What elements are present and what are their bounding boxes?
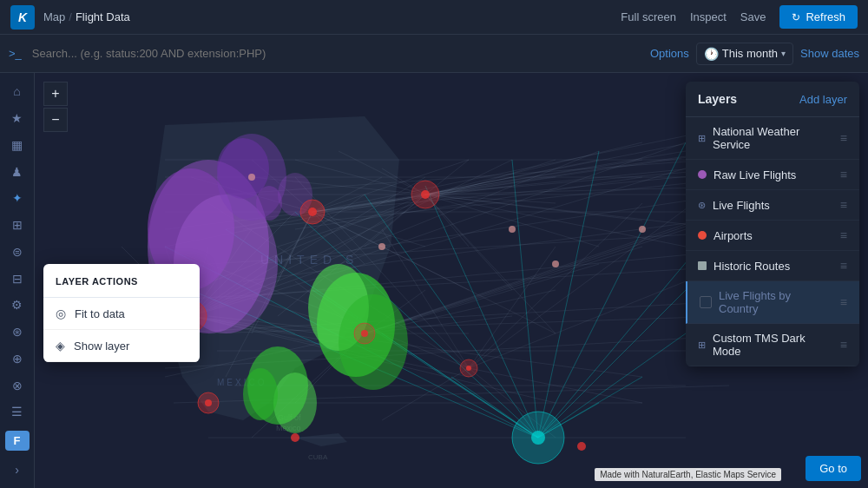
map-area[interactable]: Gulf of Mexico CUBA UNITED S MEXICO [35, 73, 868, 488]
dot-icon-raw [698, 170, 707, 179]
options-button[interactable]: Options [650, 47, 689, 60]
user-avatar[interactable]: F [5, 431, 30, 451]
sidebar-icon-layers[interactable]: ⊟ [3, 267, 31, 290]
drag-handle-live: ≡ [840, 198, 847, 212]
layers-header: Layers Add layer [686, 82, 859, 117]
sidebar-icon-config[interactable]: ⊕ [3, 347, 31, 371]
sidebar-icon-tools[interactable]: ⚙ [3, 293, 31, 317]
grid-icon-tms: ⊞ [698, 340, 706, 351]
show-dates-button[interactable]: Show dates [800, 47, 859, 60]
refresh-button[interactable]: ↻ Refresh [779, 5, 858, 29]
sidebar-icon-dashboard[interactable]: ▦ [3, 134, 31, 157]
drag-handle-country: ≡ [840, 295, 847, 309]
logo: K [10, 5, 35, 30]
layer-item-airports[interactable]: Airports ≡ [686, 221, 859, 251]
layer-item-nws[interactable]: ⊞ National Weather Service ≡ [686, 117, 859, 160]
breadcrumb-current: Flight Data [76, 10, 130, 23]
time-picker[interactable]: 🕐 This month ▾ [696, 43, 793, 65]
svg-point-163 [552, 260, 559, 267]
fit-label: Fit to data [75, 307, 125, 320]
svg-point-153 [421, 190, 430, 199]
layer-name-raw: Raw Live Flights [713, 168, 833, 181]
svg-point-151 [308, 208, 317, 216]
inspect-link[interactable]: Inspect [690, 10, 727, 23]
svg-point-144 [339, 294, 408, 390]
refresh-icon: ↻ [792, 11, 800, 23]
layer-item-historic[interactable]: Historic Routes ≡ [686, 251, 859, 281]
sidebar-icon-user[interactable]: ⊗ [3, 373, 31, 397]
zoom-out-button[interactable]: − [43, 108, 68, 132]
svg-point-157 [466, 366, 471, 371]
sidebar-icon-person[interactable]: ♟ [3, 160, 31, 183]
map-background: Gulf of Mexico CUBA UNITED S MEXICO [35, 73, 868, 488]
goto-button[interactable]: Go to [806, 456, 861, 481]
show-label: Show layer [74, 340, 129, 353]
svg-point-165 [291, 433, 299, 442]
layer-name-historic: Historic Routes [713, 260, 833, 273]
top-nav: K Map / Flight Data Full screen Inspect … [0, 0, 868, 35]
zoom-in-button[interactable]: + [43, 82, 68, 106]
time-period: This month [722, 47, 778, 60]
network-icon: ⊛ [698, 200, 706, 211]
square-icon-historic [698, 261, 707, 270]
sidebar-icon-favorites[interactable]: ★ [3, 107, 31, 130]
save-link[interactable]: Save [740, 10, 766, 23]
dot-icon-airports [698, 231, 707, 240]
add-layer-button[interactable]: Add layer [799, 93, 847, 106]
app-container: K Map / Flight Data Full screen Inspect … [0, 0, 868, 488]
search-input[interactable] [32, 47, 643, 60]
layer-item-live-flights[interactable]: ⊛ Live Flights ≡ [686, 190, 859, 221]
fullscreen-link[interactable]: Full screen [621, 10, 676, 23]
layers-title: Layers [698, 92, 737, 106]
main-content: ⌂ ★ ▦ ♟ ✦ ⊞ ⊜ ⊟ ⚙ ⊛ ⊕ ⊗ ☰ F › [0, 73, 868, 488]
drag-handle-airports: ≡ [840, 228, 847, 242]
top-nav-actions: Full screen Inspect Save ↻ Refresh [621, 5, 858, 29]
layer-item-custom-tms[interactable]: ⊞ Custom TMS Dark Mode ≡ [686, 324, 859, 366]
layer-actions-header: LAYER ACTIONS [43, 264, 200, 298]
search-prompt: >_ [9, 47, 22, 60]
clock-icon: 🕐 [704, 47, 719, 61]
layer-actions-title: LAYER ACTIONS [56, 276, 138, 287]
svg-point-164 [639, 226, 646, 233]
layer-name-airports: Airports [713, 229, 833, 242]
layer-actions-popup: LAYER ACTIONS ◎ Fit to data ◈ Show layer [43, 264, 200, 362]
sidebar-icon-settings[interactable]: ⊜ [3, 241, 31, 264]
fit-to-data-action[interactable]: ◎ Fit to data [43, 298, 200, 330]
drag-handle-historic: ≡ [840, 259, 847, 273]
map-controls: + − [43, 82, 68, 132]
grid-icon: ⊞ [698, 133, 706, 144]
layer-name-nws: National Weather Service [713, 125, 833, 151]
layer-name-live-country: Live Flights by Country [719, 289, 833, 315]
left-sidebar: ⌂ ★ ▦ ♟ ✦ ⊞ ⊜ ⊟ ⚙ ⊛ ⊕ ⊗ ☰ F › [0, 73, 35, 488]
svg-point-162 [509, 226, 516, 233]
svg-point-166 [577, 442, 586, 451]
svg-point-141 [256, 186, 282, 221]
breadcrumb-sep: / [69, 10, 72, 23]
svg-point-146 [273, 373, 317, 433]
drag-handle-tms: ≡ [840, 338, 847, 352]
svg-point-147 [243, 368, 278, 420]
layer-item-raw-live[interactable]: Raw Live Flights ≡ [686, 160, 859, 190]
fit-icon: ◎ [56, 307, 66, 320]
sidebar-icon-expand[interactable]: › [3, 458, 31, 481]
chevron-down-icon: ▾ [781, 49, 786, 58]
sidebar-icon-map[interactable]: ✦ [3, 187, 31, 210]
layer-item-live-by-country[interactable]: Live Flights by Country ≡ [686, 281, 859, 324]
show-layer-action[interactable]: ◈ Show layer [43, 330, 200, 362]
svg-text:CUBA: CUBA [308, 453, 328, 461]
sidebar-icon-home[interactable]: ⌂ [3, 80, 31, 103]
svg-point-161 [378, 243, 385, 250]
svg-point-155 [361, 330, 368, 337]
layer-name-live: Live Flights [713, 199, 833, 212]
layers-panel: Layers Add layer ⊞ National Weather Serv… [686, 82, 859, 366]
search-bar: >_ Options 🕐 This month ▾ Show dates [0, 35, 868, 73]
sidebar-icon-report[interactable]: ☰ [3, 400, 31, 424]
sidebar-icon-graph[interactable]: ⊞ [3, 214, 31, 237]
sidebar-icon-monitor[interactable]: ⊛ [3, 320, 31, 344]
drag-handle-raw: ≡ [840, 168, 847, 181]
checkbox-live-country[interactable] [700, 296, 712, 308]
breadcrumb-parent[interactable]: Map [43, 10, 65, 23]
map-attribution: Made with NaturalEarth, Elastic Maps Ser… [595, 468, 781, 481]
drag-handle-nws: ≡ [840, 131, 847, 145]
show-icon: ◈ [56, 339, 65, 353]
